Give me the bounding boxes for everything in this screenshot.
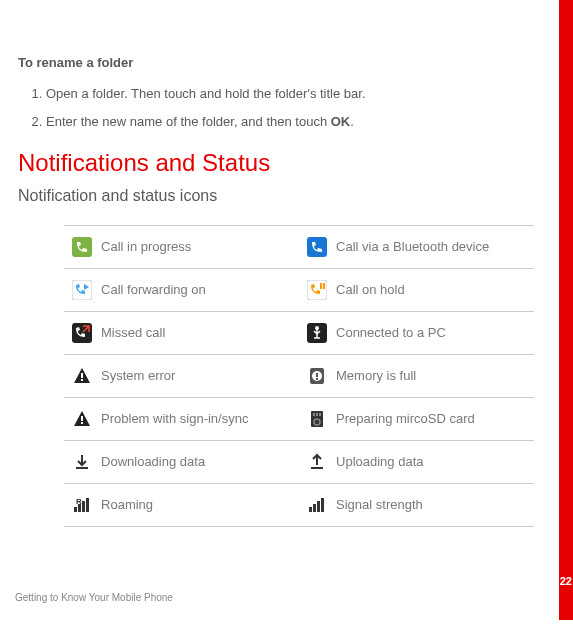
icon-cell bbox=[64, 269, 99, 312]
svg-rect-26 bbox=[82, 501, 85, 512]
table-row: Call forwarding on Call on hold bbox=[64, 269, 534, 312]
svg-rect-18 bbox=[313, 413, 315, 416]
table-row: Problem with sign-in/sync Preparing mirc… bbox=[64, 398, 534, 441]
svg-rect-15 bbox=[81, 416, 83, 421]
icon-label: Signal strength bbox=[334, 484, 534, 527]
svg-rect-32 bbox=[321, 498, 324, 512]
step-2-end: . bbox=[350, 114, 354, 129]
preparing-sd-icon bbox=[307, 409, 327, 429]
icon-label: Call via a Bluetooth device bbox=[334, 226, 534, 269]
icon-cell bbox=[299, 441, 334, 484]
svg-rect-5 bbox=[323, 283, 325, 289]
svg-rect-27 bbox=[86, 498, 89, 512]
icon-label: Downloading data bbox=[99, 441, 299, 484]
page-number: 22 bbox=[560, 575, 572, 587]
memory-full-icon bbox=[307, 366, 327, 386]
signal-strength-icon bbox=[307, 495, 327, 515]
icon-table: Call in progress Call via a Bluetooth de… bbox=[64, 225, 534, 527]
icon-label: Roaming bbox=[99, 484, 299, 527]
signin-problem-icon bbox=[72, 409, 92, 429]
icon-cell bbox=[64, 226, 99, 269]
icon-label: Memory is full bbox=[334, 355, 534, 398]
icon-label: Problem with sign-in/sync bbox=[99, 398, 299, 441]
icon-cell bbox=[299, 226, 334, 269]
svg-rect-4 bbox=[320, 283, 322, 289]
downloading-icon bbox=[72, 452, 92, 472]
icon-label: Connected to a PC bbox=[334, 312, 534, 355]
svg-rect-30 bbox=[313, 504, 316, 512]
section-title-rename: To rename a folder bbox=[18, 55, 543, 70]
table-row: R Roaming Signal strength bbox=[64, 484, 534, 527]
table-row: Missed call Connected to a PC bbox=[64, 312, 534, 355]
svg-rect-10 bbox=[81, 379, 83, 381]
icon-label: Call on hold bbox=[334, 269, 534, 312]
step-2-text: Enter the new name of the folder, and th… bbox=[46, 114, 331, 129]
icon-cell bbox=[299, 269, 334, 312]
icon-label: Preparing mircoSD card bbox=[334, 398, 534, 441]
call-on-hold-icon bbox=[307, 280, 327, 300]
icon-cell bbox=[64, 355, 99, 398]
side-tab: 22 bbox=[559, 0, 573, 620]
svg-rect-14 bbox=[316, 378, 318, 380]
icon-label: Call forwarding on bbox=[99, 269, 299, 312]
step-2: Enter the new name of the folder, and th… bbox=[46, 112, 543, 132]
icon-cell bbox=[299, 355, 334, 398]
icon-cell bbox=[299, 312, 334, 355]
svg-rect-9 bbox=[81, 373, 83, 378]
svg-rect-31 bbox=[317, 501, 320, 512]
icon-cell bbox=[64, 398, 99, 441]
table-row: System error Memory is full bbox=[64, 355, 534, 398]
icon-cell bbox=[64, 441, 99, 484]
heading-notifications: Notifications and Status bbox=[18, 149, 543, 177]
page-content: To rename a folder Open a folder. Then t… bbox=[0, 0, 573, 527]
heading-icons: Notification and status icons bbox=[18, 187, 543, 205]
ok-label: OK bbox=[331, 114, 351, 129]
icon-cell bbox=[64, 312, 99, 355]
footer-text: Getting to Know Your Mobile Phone bbox=[15, 592, 173, 603]
call-bluetooth-icon bbox=[307, 237, 327, 257]
icon-cell: R bbox=[64, 484, 99, 527]
table-row: Downloading data Uploading data bbox=[64, 441, 534, 484]
icon-label: Uploading data bbox=[334, 441, 534, 484]
svg-rect-0 bbox=[72, 237, 92, 257]
svg-rect-13 bbox=[316, 373, 318, 377]
icon-label: Call in progress bbox=[99, 226, 299, 269]
svg-rect-24 bbox=[74, 507, 77, 512]
svg-rect-23 bbox=[311, 467, 323, 469]
icon-label: Missed call bbox=[99, 312, 299, 355]
svg-rect-19 bbox=[316, 413, 318, 416]
uploading-icon bbox=[307, 452, 327, 472]
icon-label: System error bbox=[99, 355, 299, 398]
table-row: Call in progress Call via a Bluetooth de… bbox=[64, 226, 534, 269]
missed-call-icon bbox=[72, 323, 92, 343]
connected-pc-icon bbox=[307, 323, 327, 343]
svg-rect-20 bbox=[319, 413, 321, 416]
icon-cell bbox=[299, 398, 334, 441]
call-in-progress-icon bbox=[72, 237, 92, 257]
icon-cell bbox=[299, 484, 334, 527]
step-1: Open a folder. Then touch and hold the f… bbox=[46, 84, 543, 104]
svg-rect-29 bbox=[309, 507, 312, 512]
system-error-icon bbox=[72, 366, 92, 386]
svg-text:R: R bbox=[76, 497, 82, 506]
roaming-icon: R bbox=[72, 495, 92, 515]
steps-list: Open a folder. Then touch and hold the f… bbox=[46, 84, 543, 131]
svg-rect-1 bbox=[307, 237, 327, 257]
svg-rect-16 bbox=[81, 422, 83, 424]
svg-rect-22 bbox=[76, 467, 88, 469]
call-forwarding-icon bbox=[72, 280, 92, 300]
